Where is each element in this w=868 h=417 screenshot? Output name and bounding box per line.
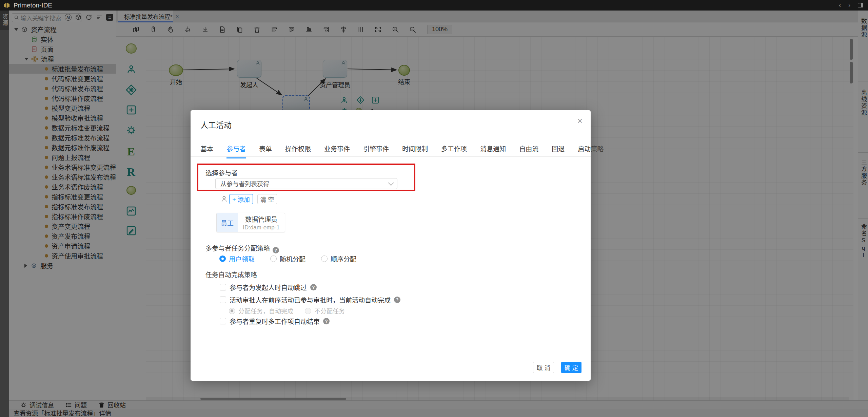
auto-complete-label: 任务自动完成策略 xyxy=(205,270,257,279)
participant-card[interactable]: 员工 数据管理员 ID:dam-emp-1 xyxy=(216,213,285,232)
titlebar: Primeton-IDE ‹ › xyxy=(0,0,868,11)
app-logo-icon xyxy=(3,2,10,9)
back-icon[interactable]: ‹ xyxy=(839,2,841,9)
auto-complete-checkbox-row[interactable]: 活动审批人在前序活动已参与审批时，当前活动自动完成 ? xyxy=(220,295,400,304)
assign-strategy-radio[interactable]: 顺序分配 xyxy=(321,254,356,263)
radio-icon xyxy=(229,308,235,314)
assign-strategy-radio[interactable]: 随机分配 xyxy=(270,254,305,263)
checkbox-icon[interactable] xyxy=(220,284,226,290)
checkbox-icon[interactable] xyxy=(220,318,226,324)
layout-toggle-icon[interactable] xyxy=(858,3,863,7)
add-participant-button[interactable]: + 添加 xyxy=(229,194,253,204)
assign-strategy-label: 多参与者任务分配策略? xyxy=(205,243,279,253)
sub-options-row: 分配任务，自动完成 不分配任务 xyxy=(229,306,345,315)
manual-activity-dialog: 人工活动 × 基本参与者表单操作权限业务事件引擎事件时间限制多工作项消息通知自由… xyxy=(191,110,591,381)
assign-task-auto-radio[interactable]: 分配任务，自动完成 xyxy=(229,306,293,315)
help-icon[interactable]: ? xyxy=(323,318,330,324)
radio-icon xyxy=(270,255,277,262)
participant-type-badge: 员工 xyxy=(217,213,238,232)
no-assign-task-radio[interactable]: 不分配任务 xyxy=(305,306,345,315)
assign-strategy-options: 用户领取 随机分配 顺序分配 xyxy=(219,254,356,263)
participant-name: 数据管理员 xyxy=(245,214,277,224)
dialog-title: 人工活动 xyxy=(200,119,232,130)
dialog-close-icon[interactable]: × xyxy=(577,116,583,125)
auto-skip-checkbox-row[interactable]: 参与者为发起人时自动跳过 ? xyxy=(220,283,317,292)
assign-strategy-radio[interactable]: 用户领取 xyxy=(219,254,255,263)
participant-id: ID:dam-emp-1 xyxy=(243,224,280,231)
cancel-button[interactable]: 取 消 xyxy=(533,362,554,373)
forward-icon[interactable]: › xyxy=(848,2,850,9)
radio-icon xyxy=(219,255,226,262)
participant-user-icon xyxy=(220,195,228,204)
checkbox-icon[interactable] xyxy=(220,297,226,303)
auto-end-checkbox-row[interactable]: 参与者重复时多工作项自动结束 ? xyxy=(220,317,330,326)
annotation-red-box xyxy=(197,164,415,191)
help-icon[interactable]: ? xyxy=(310,284,317,290)
radio-icon xyxy=(305,308,311,314)
help-icon[interactable]: ? xyxy=(394,297,400,303)
primeton-ide-window: Primeton-IDE ‹ › 资源 输入关键字搜索 AI ≣ xyxy=(0,0,868,417)
confirm-button[interactable]: 确 定 xyxy=(561,362,581,373)
radio-icon xyxy=(321,255,328,262)
clear-participants-button[interactable]: 清 空 xyxy=(257,194,277,204)
help-icon[interactable]: ? xyxy=(273,247,279,253)
app-title: Primeton-IDE xyxy=(14,2,52,9)
